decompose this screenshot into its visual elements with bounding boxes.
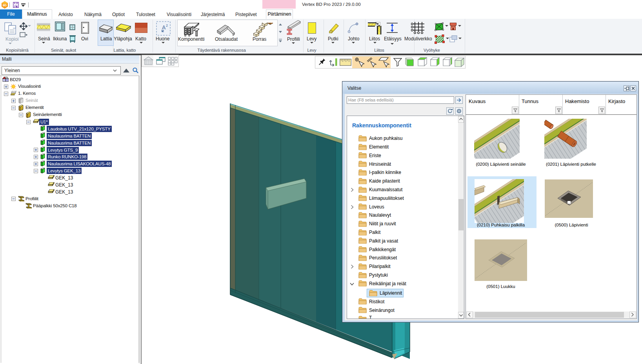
svg-text:A: A — [162, 24, 166, 31]
svg-text:BD: BD — [3, 4, 7, 7]
svg-text:2: 2 — [166, 24, 168, 27]
